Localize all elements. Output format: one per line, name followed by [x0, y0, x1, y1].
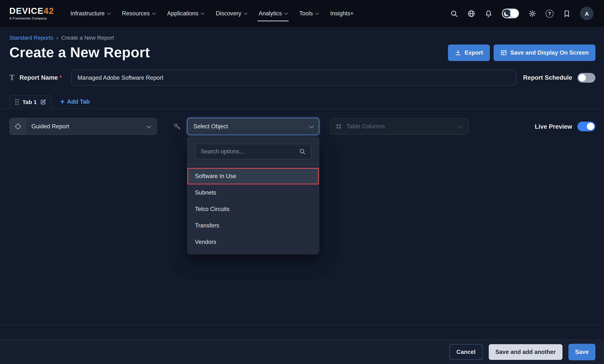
breadcrumb-separator: › — [56, 34, 58, 41]
page-header: Standard Reports › Create a New Report C… — [0, 27, 604, 61]
nav-item-insights[interactable]: Insights+ — [330, 0, 354, 27]
toggle-knob — [587, 123, 594, 130]
option-software-in-use[interactable]: Software In Use — [188, 168, 319, 184]
option-telco-circuits[interactable]: Telco Circuits — [188, 201, 319, 217]
report-name-label: Report Name* — [19, 74, 62, 81]
nav-item-label: Tools — [299, 10, 313, 17]
nav-item-label: Insights+ — [330, 10, 354, 17]
export-label: Export — [465, 49, 483, 56]
tab-1[interactable]: Tab 1 — [9, 95, 52, 109]
bookmark-icon[interactable] — [563, 10, 571, 17]
option-label: Telco Circuits — [195, 206, 229, 213]
footer-action-bar: Cancel Save and add another Save — [0, 339, 604, 364]
chevron-down-icon — [458, 123, 463, 128]
live-preview-toggle[interactable] — [578, 122, 595, 131]
breadcrumb-link-standard-reports[interactable]: Standard Reports — [9, 34, 53, 41]
gear-icon[interactable] — [528, 10, 536, 17]
chevron-down-icon — [315, 11, 319, 14]
object-options-list: Software In Use Subnets Telco Circuits T… — [188, 165, 319, 254]
navbar-actions: ? A — [450, 7, 593, 20]
option-label: Vendors — [195, 239, 216, 245]
object-select[interactable]: Select Object — [187, 118, 319, 135]
live-preview-control: Live Preview — [535, 122, 595, 131]
option-vendors[interactable]: Vendors — [188, 234, 319, 250]
save-and-display-button[interactable]: Save and Display On Screen — [493, 45, 595, 61]
bell-icon[interactable] — [485, 10, 492, 17]
chevron-down-icon — [152, 11, 156, 14]
plus-icon: + — [60, 98, 64, 105]
option-transfers[interactable]: Transfers — [188, 217, 319, 234]
avatar[interactable]: A — [580, 7, 593, 20]
nav-item-label: Applications — [167, 10, 198, 17]
report-schedule-toggle[interactable] — [578, 73, 595, 83]
device42-logo[interactable]: DEVICE42 A Freshworks Company — [9, 7, 54, 20]
report-type-value: Guided Report — [31, 123, 69, 130]
option-label: Transfers — [195, 222, 219, 229]
theme-toggle[interactable] — [502, 9, 519, 18]
report-name-label-text: Report Name — [19, 74, 58, 81]
edit-icon[interactable] — [40, 99, 46, 105]
table-columns-placeholder: Table Columns — [347, 123, 385, 130]
globe-icon[interactable] — [467, 10, 475, 17]
add-tab-label: Add Tab — [67, 98, 90, 105]
nav-item-tools[interactable]: Tools — [299, 0, 318, 27]
target-icon — [10, 118, 26, 135]
table-columns-select[interactable]: Table Columns — [330, 118, 469, 135]
download-icon — [454, 49, 461, 56]
theme-toggle-knob — [510, 9, 518, 18]
top-navbar: DEVICE42 A Freshworks Company Infrastruc… — [0, 0, 604, 27]
options-search-box[interactable] — [195, 144, 311, 159]
save-and-display-label: Save and Display On Screen — [510, 49, 589, 56]
main-nav: Infrastructure Resources Applications Di… — [70, 0, 353, 27]
nav-item-label: Infrastructure — [70, 10, 105, 17]
logo-text: DEVICE42 — [9, 7, 54, 15]
tab-bar: Tab 1 + Add Tab — [0, 95, 604, 109]
logo-accent: 42 — [44, 6, 54, 16]
option-label: Software In Use — [195, 173, 236, 180]
nav-item-resources[interactable]: Resources — [122, 0, 155, 27]
report-name-row: T Report Name* Report Schedule — [9, 70, 595, 86]
toggle-knob — [579, 74, 586, 81]
chevron-down-icon — [309, 123, 314, 128]
report-name-input[interactable] — [72, 70, 516, 86]
nav-item-label: Analytics — [259, 10, 282, 17]
nav-item-label: Resources — [122, 10, 150, 17]
grid-icon — [335, 123, 342, 130]
object-select-value: Select Object — [193, 123, 228, 130]
chevron-down-icon — [201, 11, 204, 14]
nav-item-analytics[interactable]: Analytics — [259, 0, 287, 27]
object-select-dropdown: Software In Use Subnets Telco Circuits T… — [187, 137, 319, 254]
add-tab-button[interactable]: + Add Tab — [60, 98, 90, 105]
search-icon[interactable] — [450, 10, 458, 17]
option-label: Subnets — [195, 189, 216, 196]
nav-item-applications[interactable]: Applications — [167, 0, 204, 27]
content-bottom-divider — [0, 325, 604, 325]
chevron-down-icon — [244, 11, 247, 14]
report-builder-controls: Guided Report Select Object Table Column… — [9, 118, 595, 135]
chevron-down-icon — [284, 11, 288, 14]
options-search-input[interactable] — [201, 148, 299, 155]
moon-icon — [503, 9, 511, 18]
option-subnets[interactable]: Subnets — [188, 184, 319, 201]
table-icon — [500, 49, 507, 56]
header-actions: Export Save and Display On Screen — [448, 45, 595, 61]
cancel-button[interactable]: Cancel — [449, 344, 483, 360]
chevron-down-icon — [107, 11, 110, 14]
export-button[interactable]: Export — [448, 45, 490, 61]
dropdown-search-wrap — [188, 137, 319, 165]
nav-item-discovery[interactable]: Discovery — [216, 0, 247, 27]
drag-handle-icon — [15, 99, 19, 105]
report-schedule-label: Report Schedule — [523, 74, 572, 81]
save-and-add-another-button[interactable]: Save and add another — [489, 344, 562, 360]
text-icon: T — [9, 73, 15, 82]
nav-item-infrastructure[interactable]: Infrastructure — [70, 0, 110, 27]
help-glyph: ? — [548, 11, 551, 16]
search-icon — [299, 148, 306, 155]
live-preview-label: Live Preview — [535, 123, 572, 130]
help-icon[interactable]: ? — [546, 10, 554, 17]
chevron-down-icon — [146, 123, 151, 128]
required-asterisk: * — [59, 74, 62, 81]
save-button[interactable]: Save — [568, 344, 595, 360]
key-icon — [171, 123, 183, 130]
report-type-select[interactable]: Guided Report — [9, 118, 157, 135]
